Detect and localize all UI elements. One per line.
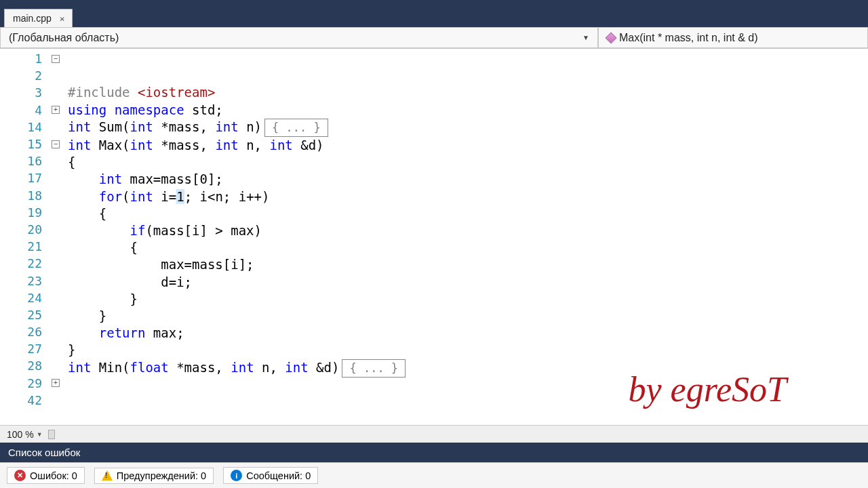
code-line[interactable]: { <box>68 154 868 171</box>
errors-count-label: Ошибок: 0 <box>30 470 77 481</box>
chevron-down-icon: ▼ <box>583 34 589 41</box>
fold-collapse-icon[interactable]: − <box>52 55 60 63</box>
scope-bar: (Глобальная область) ▼ Max(int * mass, i… <box>0 27 868 49</box>
line-number: 26 <box>0 325 47 339</box>
token: d=i; <box>68 274 192 289</box>
fold-expand-icon[interactable]: + <box>52 379 60 387</box>
code-line[interactable]: if(mass[i] > max) <box>68 222 868 239</box>
gutter-row: 14 <box>0 119 67 136</box>
messages-filter-button[interactable]: i Сообщений: 0 <box>223 467 318 484</box>
line-number-gutter: 1−234+1415−1617181920212223242526272829+… <box>0 49 68 425</box>
line-number: 27 <box>0 342 47 356</box>
code-line[interactable]: int Sum(int *mass, int n){ ... } <box>68 119 868 137</box>
token: *mass, <box>153 119 216 134</box>
code-line[interactable]: { <box>68 239 868 256</box>
scope-left-label: (Глобальная область) <box>9 32 119 44</box>
token-kw: int <box>285 360 308 375</box>
token: *mass, <box>169 360 231 375</box>
gutter-row: 4+ <box>0 102 67 119</box>
code-line[interactable]: using namespace std; <box>68 102 868 119</box>
fold-column: + <box>47 106 64 114</box>
close-icon[interactable]: × <box>58 14 66 24</box>
code-line[interactable]: } <box>68 308 868 325</box>
error-list-toolbar: ✕ Ошибок: 0 ! Предупреждений: 0 i Сообще… <box>0 462 868 488</box>
gutter-row: 20 <box>0 221 67 238</box>
gutter-row: 2 <box>0 67 67 84</box>
token-pp: #include <box>68 85 138 100</box>
token: } <box>68 342 75 357</box>
code-line[interactable]: int max=mass[0]; <box>68 171 868 188</box>
token-hl: 1 <box>176 189 184 204</box>
zoom-value: 100 % <box>7 429 34 440</box>
token: { <box>68 240 138 255</box>
code-area[interactable]: #include <iostream>using namespace std;i… <box>68 49 868 425</box>
warning-icon: ! <box>102 470 113 481</box>
code-line[interactable]: return max; <box>68 325 868 342</box>
code-line[interactable]: } <box>68 342 868 359</box>
token-kw: int <box>130 189 153 204</box>
token: *mass, <box>153 138 216 152</box>
token <box>68 325 99 340</box>
code-line[interactable]: int Max(int *mass, int n, int &d) <box>68 137 868 154</box>
token: Max( <box>91 138 130 152</box>
code-editor[interactable]: 1−234+1415−1617181920212223242526272829+… <box>0 49 868 425</box>
code-line[interactable]: #include <iostream> <box>68 84 868 101</box>
collapsed-region[interactable]: { ... } <box>342 359 406 378</box>
token-kw: float <box>130 360 169 375</box>
code-line[interactable]: for(int i=1; i<n; i++) <box>68 188 868 205</box>
fold-expand-icon[interactable]: + <box>52 106 60 114</box>
code-line[interactable]: d=i; <box>68 274 868 291</box>
hscroll-left-icon[interactable] <box>48 430 55 439</box>
token-kw: int <box>99 171 122 186</box>
code-line[interactable]: } <box>68 291 868 308</box>
gutter-row: 1− <box>0 50 67 67</box>
line-number: 14 <box>0 120 47 134</box>
line-number: 18 <box>0 188 47 203</box>
gutter-row: 42 <box>0 392 67 409</box>
gutter-row: 15− <box>0 136 67 152</box>
file-tab[interactable]: main.cpp × <box>4 9 73 27</box>
gutter-row: 16 <box>0 152 67 169</box>
scope-right-label: Max(int * mass, int n, int & d) <box>619 32 758 44</box>
line-number: 22 <box>0 256 47 270</box>
token-kw: int <box>68 138 91 152</box>
messages-count-label: Сообщений: 0 <box>246 470 311 481</box>
token-kw: int <box>68 119 91 134</box>
error-list-title[interactable]: Список ошибок <box>0 443 868 462</box>
scope-dropdown-right[interactable]: Max(int * mass, int n, int & d) <box>598 27 868 48</box>
line-number: 29 <box>0 376 47 390</box>
code-line[interactable]: max=mass[i]; <box>68 256 868 273</box>
token: } <box>68 308 106 323</box>
token-kw: int <box>215 119 238 134</box>
gutter-row: 23 <box>0 272 67 289</box>
token: max; <box>145 325 184 340</box>
line-number: 15 <box>0 137 47 151</box>
gutter-row: 27 <box>0 340 67 357</box>
token: Sum( <box>91 119 130 134</box>
warnings-filter-button[interactable]: ! Предупреждений: 0 <box>94 468 214 484</box>
line-number: 28 <box>0 359 47 373</box>
errors-filter-button[interactable]: ✕ Ошибок: 0 <box>7 467 85 484</box>
code-line[interactable]: { <box>68 205 868 222</box>
line-number: 3 <box>0 85 47 100</box>
gutter-row: 21 <box>0 238 67 255</box>
line-number: 1 <box>0 52 47 66</box>
line-number: 21 <box>0 239 47 253</box>
gutter-row: 17 <box>0 169 67 186</box>
line-number: 23 <box>0 274 47 288</box>
fold-column: + <box>47 379 64 387</box>
token-str: <iostream> <box>138 85 215 100</box>
code-line[interactable]: int Min(float *mass, int n, int &d){ ...… <box>68 359 868 378</box>
collapsed-region[interactable]: { ... } <box>264 119 328 137</box>
fold-collapse-icon[interactable]: − <box>52 140 60 148</box>
token-kw: for <box>99 189 122 204</box>
gutter-row: 18 <box>0 187 67 204</box>
line-number: 24 <box>0 291 47 305</box>
line-number: 2 <box>0 68 47 83</box>
line-number: 42 <box>0 393 47 407</box>
scope-dropdown-left[interactable]: (Глобальная область) ▼ <box>0 27 598 48</box>
token: { <box>68 206 106 221</box>
zoom-dropdown[interactable]: 100 % ▼ <box>7 429 43 440</box>
gutter-row: 29+ <box>0 375 67 392</box>
fold-column: − <box>47 55 64 63</box>
